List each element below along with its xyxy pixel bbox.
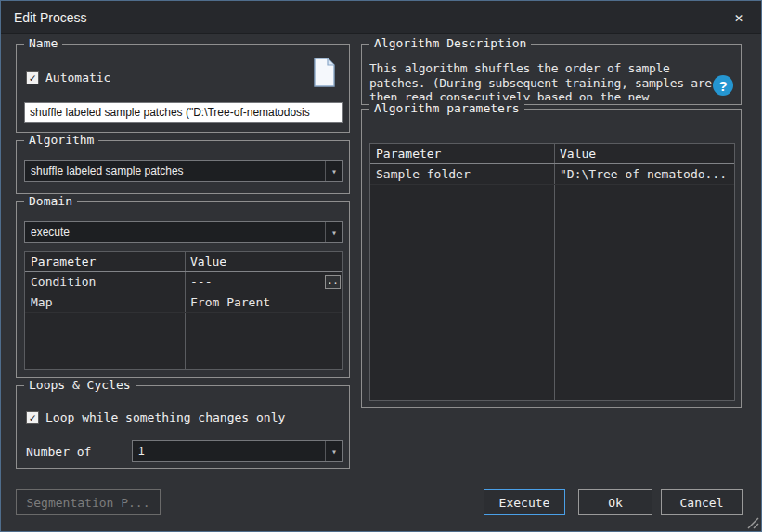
row-value: "D:\Tree-of-nematodo... bbox=[554, 167, 734, 181]
algorithm-parameters-label: Algorithm parameters bbox=[369, 101, 524, 115]
segmentation-button: Segmentation P... bbox=[16, 489, 161, 515]
algorithm-select[interactable]: shuffle labeled sample patches ▾ bbox=[24, 160, 343, 182]
parameters-table: Parameter Value Sample folder "D:\Tree-o… bbox=[369, 143, 735, 401]
help-icon[interactable]: ? bbox=[713, 75, 733, 96]
domain-table-header: Parameter Value bbox=[25, 252, 342, 272]
automatic-checkbox[interactable]: ✓ bbox=[26, 71, 39, 84]
domain-select[interactable]: execute ▾ bbox=[24, 221, 343, 243]
edit-process-dialog: Edit Process ✕ Name ✓ Automatic shuffle … bbox=[0, 0, 762, 532]
algorithm-group-label: Algorithm bbox=[24, 133, 98, 147]
domain-select-value: execute bbox=[25, 222, 325, 242]
algorithm-group: Algorithm shuffle labeled sample patches… bbox=[16, 140, 350, 194]
header-value: Value bbox=[185, 254, 342, 268]
header-parameter: Parameter bbox=[370, 147, 554, 161]
loop-while-label: Loop while something changes only bbox=[45, 410, 285, 424]
domain-group: Domain execute ▾ Parameter Value Conditi… bbox=[16, 201, 350, 378]
name-group-label: Name bbox=[24, 36, 62, 50]
loops-cycles-group: Loops & Cycles ✓ Loop while something ch… bbox=[16, 385, 350, 469]
algorithm-description-text: This algorithm shuffles the order of sam… bbox=[369, 61, 715, 100]
resize-grip[interactable] bbox=[745, 515, 759, 529]
window-title: Edit Process bbox=[14, 10, 87, 25]
execute-button[interactable]: Execute bbox=[484, 489, 565, 515]
chevron-down-icon: ▾ bbox=[325, 222, 342, 242]
automatic-label: Automatic bbox=[45, 71, 110, 84]
loop-checkbox-row: ✓ Loop while something changes only bbox=[26, 410, 285, 424]
row-parameter: Sample folder bbox=[370, 167, 554, 181]
number-of-select[interactable]: 1 ▾ bbox=[132, 440, 343, 462]
ok-button[interactable]: Ok bbox=[578, 489, 652, 515]
name-input[interactable]: shuffle labeled sample patches ("D:\Tree… bbox=[24, 102, 343, 123]
loops-cycles-group-label: Loops & Cycles bbox=[24, 378, 136, 392]
title-bar[interactable]: Edit Process ✕ bbox=[1, 1, 761, 34]
header-parameter: Parameter bbox=[25, 254, 185, 268]
browse-button[interactable]: .. bbox=[325, 275, 341, 289]
chevron-down-icon: ▾ bbox=[325, 161, 342, 181]
table-row[interactable]: Map From Parent bbox=[25, 292, 342, 313]
row-value: --- bbox=[185, 275, 342, 289]
algorithm-select-value: shuffle labeled sample patches bbox=[25, 161, 325, 181]
algorithm-description-group: Algorithm Description This algorithm shu… bbox=[361, 44, 742, 105]
parameters-table-header: Parameter Value bbox=[370, 144, 734, 164]
cancel-button[interactable]: Cancel bbox=[661, 489, 743, 515]
name-group: Name ✓ Automatic shuffle labeled sample … bbox=[16, 44, 350, 133]
number-of-label: Number of bbox=[26, 445, 91, 459]
number-of-value: 1 bbox=[133, 441, 325, 461]
domain-group-label: Domain bbox=[24, 194, 77, 208]
check-icon: ✓ bbox=[29, 72, 35, 84]
chevron-down-icon: ▾ bbox=[325, 441, 342, 461]
check-icon: ✓ bbox=[29, 412, 35, 423]
automatic-checkbox-row: ✓ Automatic bbox=[26, 71, 110, 84]
row-parameter: Condition bbox=[25, 275, 185, 289]
algorithm-parameters-group: Algorithm parameters Parameter Value Sam… bbox=[361, 109, 742, 408]
algorithm-description-label: Algorithm Description bbox=[369, 36, 531, 50]
close-icon[interactable]: ✕ bbox=[730, 8, 748, 27]
loop-while-checkbox[interactable]: ✓ bbox=[26, 411, 39, 424]
table-row[interactable]: Condition --- .. bbox=[25, 272, 342, 292]
table-row[interactable]: Sample folder "D:\Tree-of-nematodo... bbox=[370, 164, 734, 185]
header-value: Value bbox=[554, 147, 734, 161]
new-document-icon[interactable] bbox=[312, 58, 336, 91]
row-value: From Parent bbox=[185, 295, 342, 309]
row-parameter: Map bbox=[25, 295, 185, 309]
domain-table: Parameter Value Condition --- .. Map Fro… bbox=[24, 251, 343, 370]
